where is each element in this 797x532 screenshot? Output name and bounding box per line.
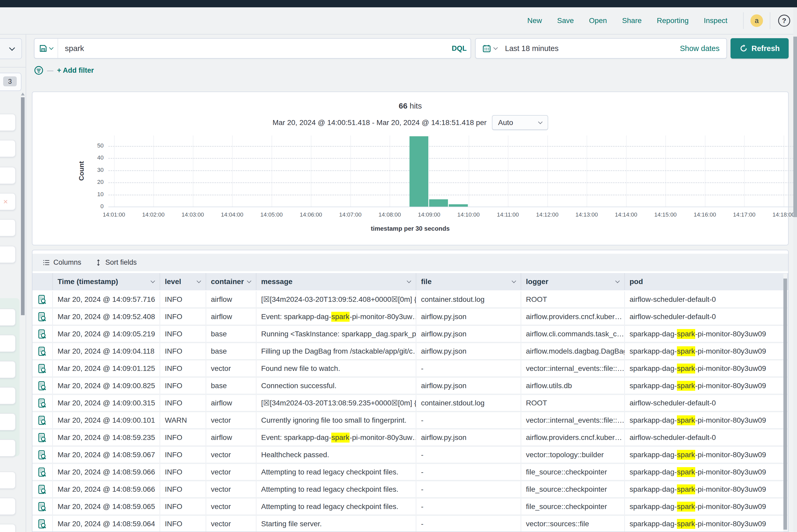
histogram-bar[interactable]: [429, 199, 448, 207]
calendar-icon: [482, 44, 491, 53]
sidebar-field-card[interactable]: ×: [0, 193, 16, 210]
expand-document-button[interactable]: [33, 395, 53, 411]
refresh-button[interactable]: Refresh: [730, 38, 789, 59]
chevron-down-icon[interactable]: [407, 279, 411, 283]
sidebar-field-card[interactable]: [0, 361, 16, 378]
help-icon[interactable]: ?: [778, 15, 790, 27]
sidebar-field-card[interactable]: [0, 114, 16, 131]
expand-document-button[interactable]: [33, 481, 53, 497]
filter-icon[interactable]: [34, 65, 43, 75]
column-header-time-timestamp-[interactable]: Time (timestamp): [53, 273, 160, 290]
expand-document-button[interactable]: [33, 326, 53, 342]
chart-gridline-horizontal: [108, 158, 797, 159]
nav-share[interactable]: Share: [622, 17, 642, 25]
cell-level: INFO: [160, 378, 206, 394]
time-range-value[interactable]: Last 18 minutes: [503, 44, 680, 53]
column-header-container[interactable]: container: [206, 273, 256, 290]
expand-document-button[interactable]: [33, 360, 53, 376]
sidebar-field-card[interactable]: [0, 498, 16, 515]
avatar[interactable]: a: [750, 14, 763, 27]
sidebar-field-card[interactable]: [0, 246, 16, 263]
page-scrollbar[interactable]: [793, 7, 797, 532]
sidebar-field-card[interactable]: [0, 387, 16, 404]
x-axis-tick-label: 14:12:00: [528, 211, 567, 218]
column-header-expand: [33, 273, 53, 290]
chevron-down-icon[interactable]: [247, 279, 252, 283]
expand-document-icon: [38, 467, 47, 477]
nav-save[interactable]: Save: [557, 17, 574, 25]
sidebar-scroll-up-arrow[interactable]: [21, 93, 24, 95]
histogram-bar[interactable]: [409, 136, 428, 207]
expand-document-button[interactable]: [33, 447, 53, 463]
sidebar-field-card[interactable]: [0, 219, 16, 236]
chevron-down-icon[interactable]: [197, 279, 201, 283]
column-header-message[interactable]: message: [256, 273, 416, 290]
expand-document-button[interactable]: [33, 291, 53, 307]
expand-document-icon: [38, 329, 47, 339]
expand-document-button[interactable]: [33, 430, 53, 445]
x-axis-tick-label: 14:03:00: [173, 211, 212, 218]
sidebar-field-card[interactable]: [0, 167, 16, 184]
x-axis-tick-label: 14:14:00: [607, 211, 646, 218]
histogram-bar[interactable]: [449, 204, 468, 207]
column-header-level[interactable]: level: [160, 273, 206, 290]
cell-message: [☒[34m2024-03-20T13:08:59.235+0000☒[0m] …: [256, 395, 416, 411]
expand-document-button[interactable]: [33, 498, 53, 514]
chevron-down-icon[interactable]: [151, 279, 155, 283]
sidebar-field-card[interactable]: [0, 524, 16, 532]
sort-fields-button[interactable]: Sort fields: [95, 259, 137, 267]
show-dates-link[interactable]: Show dates: [680, 44, 726, 53]
cell-logger: vector::internal_events::file::…: [521, 412, 625, 428]
columns-button[interactable]: Columns: [43, 259, 81, 267]
sidebar-collapse-button[interactable]: [0, 38, 22, 59]
chevron-down-icon[interactable]: [512, 279, 516, 283]
expand-document-button[interactable]: [33, 343, 53, 359]
cell-container: base: [206, 326, 256, 342]
sidebar-field-card[interactable]: [0, 309, 16, 326]
saved-query-menu-button[interactable]: [35, 39, 58, 58]
nav-inspect[interactable]: Inspect: [704, 17, 727, 25]
cell-container: vector: [206, 447, 256, 463]
sidebar-field-card[interactable]: [0, 140, 16, 157]
cell-container: airflow: [206, 430, 256, 445]
column-header-pod[interactable]: pod: [625, 273, 788, 290]
column-header-logger[interactable]: logger: [521, 273, 625, 290]
table-row: Mar 20, 2024 @ 14:09:57.716INFOairflow[☒…: [33, 291, 788, 309]
expand-document-icon: [38, 502, 47, 512]
expand-document-button[interactable]: [33, 309, 53, 325]
cell-logger: vector::internal_events::file::…: [521, 360, 625, 376]
add-filter-link[interactable]: + Add filter: [57, 66, 94, 75]
sidebar-scrollbar[interactable]: [21, 97, 24, 315]
highlight: spark: [331, 312, 350, 322]
chevron-down-icon[interactable]: [615, 279, 620, 283]
date-quick-menu-button[interactable]: [476, 44, 503, 53]
expand-document-button[interactable]: [33, 378, 53, 394]
table-row: Mar 20, 2024 @ 14:08:59.065INFOvectorAtt…: [33, 498, 788, 516]
column-header-file[interactable]: file: [416, 273, 521, 290]
expand-document-button[interactable]: [33, 412, 53, 428]
cell-level: WARN: [160, 412, 206, 428]
cell-pod: sparkapp-dag-spark-pi-monitor-80y3uw09: [625, 326, 788, 342]
sidebar-field-card[interactable]: [0, 439, 16, 457]
refresh-icon: [739, 44, 748, 53]
sidebar-field-card[interactable]: [0, 413, 16, 431]
cell-level: INFO: [160, 481, 206, 497]
sidebar-field-card[interactable]: [0, 335, 16, 352]
columns-label: Columns: [53, 259, 81, 267]
nav-open[interactable]: Open: [589, 17, 607, 25]
nav-reporting[interactable]: Reporting: [657, 17, 688, 25]
interval-select[interactable]: Auto: [492, 115, 548, 130]
query-language-button[interactable]: DQL: [448, 39, 470, 58]
cell-level: INFO: [160, 430, 206, 445]
cell-pod: airflow-scheduler-default-0: [625, 291, 788, 307]
table-scrollbar[interactable]: [783, 274, 787, 532]
cell-level: INFO: [160, 516, 206, 532]
expand-document-button[interactable]: [33, 464, 53, 480]
chart-gridline-horizontal: [108, 182, 797, 183]
expand-document-button[interactable]: [33, 516, 53, 532]
nav-new[interactable]: New: [527, 17, 542, 25]
sidebar-field-card[interactable]: [0, 472, 16, 489]
chart-gridline-horizontal: [108, 195, 797, 195]
query-input[interactable]: spark: [58, 44, 448, 53]
remove-icon[interactable]: ×: [3, 197, 8, 206]
